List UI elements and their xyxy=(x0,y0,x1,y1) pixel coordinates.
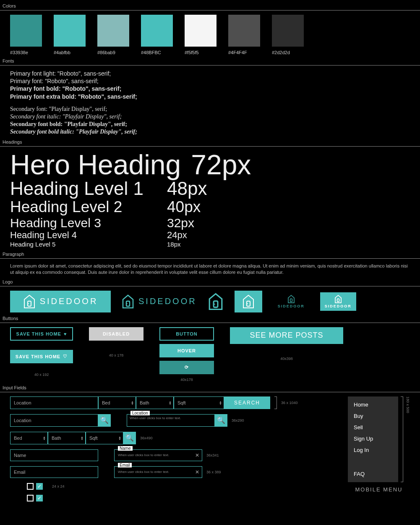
headings-list: Hero Heading72px Heading Level 148px Hea… xyxy=(0,151,420,248)
fonts-list: Primary font light: "Roboto", sans-serif… xyxy=(0,70,420,136)
bed-select[interactable]: Bed▲▼ xyxy=(98,396,136,409)
section-label-fonts: Fonts xyxy=(0,55,420,65)
svg-rect-8 xyxy=(290,299,292,302)
menu-item-buy[interactable]: Buy xyxy=(354,413,392,419)
mobile-menu: Home Buy Sell Sign Up Log In FAQ xyxy=(348,396,398,482)
search-icon: 🔍 xyxy=(100,416,109,424)
stepper-icon: ▲▼ xyxy=(118,436,121,440)
disabled-button: DISABLED xyxy=(89,327,143,341)
swatch-label: #4abfbb xyxy=(54,50,86,55)
h1-size: 48px xyxy=(167,178,207,199)
logo-text: SIDEDOOR xyxy=(40,297,98,306)
logo-small-outline: SIDEDOOR xyxy=(273,292,309,311)
sqft-select[interactable]: Sqft▲▼ xyxy=(86,432,123,444)
house-icon xyxy=(334,295,342,303)
heart-outline-icon: ♡ xyxy=(63,354,68,359)
stepper-icon: ▲▼ xyxy=(43,436,46,440)
menu-item-signup[interactable]: Sign Up xyxy=(354,436,392,442)
font-primary-light: Primary font light: "Roboto", sans-serif… xyxy=(10,70,410,77)
search-icon-button[interactable]: 🔍 xyxy=(98,414,111,427)
floating-label: Name xyxy=(118,446,133,451)
h4-size: 24px xyxy=(167,230,187,241)
divider xyxy=(0,258,420,259)
hero-size: 72px xyxy=(191,151,251,178)
svg-point-1 xyxy=(28,303,29,304)
color-swatches: #33938e #4abfbb #86bab9 #48BFBC #f5f5f5 … xyxy=(10,15,410,55)
house-icon xyxy=(287,295,295,303)
see-more-button[interactable]: SEE MORE POSTS xyxy=(230,327,343,344)
search-icon-button[interactable]: 🔍 xyxy=(123,432,136,444)
search-icon: 🔍 xyxy=(125,434,134,442)
dimension-label: 36x290 xyxy=(232,418,244,423)
swatch xyxy=(228,15,260,47)
stepper-icon: ▲▼ xyxy=(169,401,172,405)
swatch-label: #48BFBC xyxy=(141,50,173,55)
bed-select[interactable]: Bed▲▼ xyxy=(10,432,48,444)
swatch xyxy=(10,15,42,47)
swatch-label: #2d2d2d xyxy=(272,50,304,55)
spinner-icon: ⟳ xyxy=(185,365,189,370)
menu-item-login[interactable]: Log In xyxy=(354,447,392,453)
checkbox-empty[interactable] xyxy=(27,495,34,501)
loading-button[interactable]: ⟳ xyxy=(159,361,214,374)
location-input-focused[interactable]: Location When user clicks box to enter t… xyxy=(127,414,215,427)
name-input[interactable]: Name xyxy=(10,449,98,461)
menu-item-sell[interactable]: Sell xyxy=(354,424,392,430)
mobile-menu-title: MOBILE MENU xyxy=(348,486,410,493)
font-secondary-bold: Secondary font bold: "Playfair Display",… xyxy=(10,121,410,128)
location-input[interactable]: Location xyxy=(10,396,98,409)
search-button[interactable]: SEARCH xyxy=(224,396,270,409)
dimension-label: 40 x 178 xyxy=(109,353,124,357)
checkbox-checked[interactable]: ✓ xyxy=(36,495,43,501)
swatch xyxy=(54,15,86,47)
section-label-colors: Colors xyxy=(0,0,420,10)
h5: Heading Level 5 xyxy=(10,241,157,248)
floating-label: Location xyxy=(130,411,150,415)
logo-variants: SIDEDOOR SIDEDOOR SIDEDOOR SIDEDOOR xyxy=(10,291,410,312)
email-input-focused[interactable]: Email When user clicks box to enter text… xyxy=(114,466,202,478)
dimension-label: 36x341 xyxy=(206,453,219,457)
hover-button[interactable]: HOVER xyxy=(159,344,214,357)
mobile-menu-block: Home Buy Sell Sign Up Log In FAQ 180 x 5… xyxy=(348,396,410,493)
swatch-label: #f5f5f5 xyxy=(185,50,217,55)
h2: Heading Level 2 xyxy=(10,199,157,216)
divider xyxy=(0,65,420,66)
divider xyxy=(0,323,420,323)
svg-point-5 xyxy=(214,304,215,304)
name-input-focused[interactable]: Name When user clicks box to enter text.… xyxy=(114,449,202,461)
bath-select[interactable]: Bath▲▼ xyxy=(48,432,86,444)
divider xyxy=(0,10,420,10)
house-icon xyxy=(23,294,36,309)
logo-square-filled xyxy=(235,291,262,312)
section-label-paragraph: Paragraph xyxy=(0,248,420,258)
divider xyxy=(0,286,420,286)
button-outline[interactable]: BUTTON xyxy=(159,327,214,341)
h3: Heading Level 3 xyxy=(10,216,157,230)
bath-select[interactable]: Bath▲▼ xyxy=(136,396,174,409)
dimension-label: 36 x 389 xyxy=(206,470,221,474)
h5-size: 18px xyxy=(167,241,181,248)
checkbox-empty[interactable] xyxy=(27,483,34,490)
menu-item-home[interactable]: Home xyxy=(354,402,392,408)
floating-label: Email xyxy=(118,463,132,467)
sqft-select[interactable]: Sqft▲▼ xyxy=(174,396,224,409)
house-icon xyxy=(242,294,255,309)
checkbox-checked[interactable]: ✓ xyxy=(36,483,43,490)
logo-text: SIDEDOOR xyxy=(138,297,197,306)
font-primary-bold: Primary font bold: "Roboto", sans-serif; xyxy=(10,85,410,92)
clear-icon[interactable]: ✕ xyxy=(195,469,199,475)
heart-icon: ♥ xyxy=(64,331,67,336)
location-input[interactable]: Location xyxy=(10,414,98,427)
section-label-buttons: Buttons xyxy=(0,312,420,323)
email-input[interactable]: Email xyxy=(10,466,98,478)
clear-icon[interactable]: ✕ xyxy=(195,452,199,458)
dimension-label: 180 x 500 xyxy=(406,396,410,482)
h2-size: 40px xyxy=(167,199,201,216)
save-home-outline-button[interactable]: SAVE THIS HOME♥ xyxy=(10,327,73,341)
search-icon-button[interactable]: 🔍 xyxy=(215,414,227,427)
menu-item-faq[interactable]: FAQ xyxy=(354,471,392,477)
logo-outline-horizontal: SIDEDOOR xyxy=(122,291,197,312)
save-home-filled-button[interactable]: SAVE THIS HOME♡ xyxy=(10,350,73,363)
swatch xyxy=(141,15,173,47)
hero-heading: Hero Heading xyxy=(10,151,181,178)
